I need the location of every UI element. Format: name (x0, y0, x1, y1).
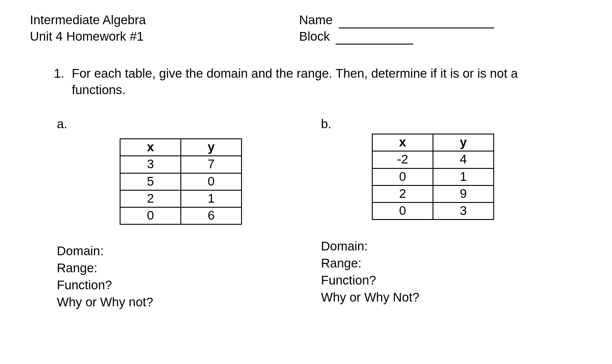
cell-x: 0 (372, 203, 433, 220)
assignment-title: Unit 4 Homework #1 (30, 28, 299, 45)
cell-x: 0 (372, 168, 433, 185)
table-row: 0 1 (372, 168, 494, 185)
part-b-answers: Domain: Range: Function? Why or Why Not? (318, 238, 570, 306)
table-row: 2 9 (372, 185, 494, 202)
table-row: 2 1 (120, 190, 242, 207)
question-prompt: For each table, give the domain and the … (72, 65, 582, 98)
worksheet-page: Intermediate Algebra Unit 4 Homework #1 … (0, 0, 612, 364)
table-row: 5 0 (120, 173, 242, 190)
cell-y: 6 (181, 207, 242, 224)
range-label: Range: (321, 255, 570, 272)
part-a-label: a. (54, 116, 306, 132)
cell-x: 2 (372, 185, 433, 202)
question-row: 1. For each table, give the domain and t… (54, 65, 582, 98)
cell-y: 4 (433, 151, 494, 168)
cell-x: 5 (120, 173, 181, 190)
cell-x: 0 (120, 207, 181, 224)
part-b: b. x y -2 4 0 1 (318, 116, 582, 311)
header-right: Name Block (299, 12, 582, 45)
col-header-x: x (372, 134, 433, 151)
part-a-table-wrap: x y 3 7 5 0 2 1 (120, 138, 306, 225)
part-a-answers: Domain: Range: Function? Why or Why not? (54, 243, 306, 311)
why-label: Why or Why not? (57, 294, 306, 311)
part-b-table: x y -2 4 0 1 2 9 (372, 134, 494, 220)
col-header-y: y (433, 134, 494, 151)
block-field-row: Block (299, 28, 582, 45)
cell-x: 2 (120, 190, 181, 207)
part-a: a. x y 3 7 5 0 (54, 116, 318, 311)
domain-label: Domain: (321, 238, 570, 255)
cell-y: 0 (181, 173, 242, 190)
cell-x: -2 (372, 151, 433, 168)
domain-label: Domain: (57, 243, 306, 260)
table-row: 3 7 (120, 156, 242, 173)
header-left: Intermediate Algebra Unit 4 Homework #1 (30, 12, 299, 45)
question-number: 1. (54, 65, 72, 98)
name-field-row: Name (299, 12, 582, 28)
table-row: -2 4 (372, 151, 494, 168)
function-label: Function? (321, 272, 570, 289)
cell-y: 1 (181, 190, 242, 207)
part-b-label: b. (318, 116, 570, 132)
col-header-x: x (120, 139, 181, 156)
block-label: Block (299, 29, 330, 43)
cell-y: 9 (433, 185, 494, 202)
table-header-row: x y (120, 139, 242, 156)
function-label: Function? (57, 277, 306, 294)
col-header-y: y (181, 139, 242, 156)
table-row: 0 6 (120, 207, 242, 224)
cell-y: 1 (433, 168, 494, 185)
name-blank-line[interactable] (339, 15, 494, 28)
range-label: Range: (57, 260, 306, 277)
cell-y: 3 (433, 203, 494, 220)
parts-row: a. x y 3 7 5 0 (54, 116, 582, 311)
cell-y: 7 (181, 156, 242, 173)
question-1: 1. For each table, give the domain and t… (54, 65, 582, 311)
header-row: Intermediate Algebra Unit 4 Homework #1 … (30, 12, 582, 45)
cell-x: 3 (120, 156, 181, 173)
name-label: Name (299, 13, 333, 27)
part-a-table: x y 3 7 5 0 2 1 (120, 138, 242, 225)
why-label: Why or Why Not? (321, 289, 570, 306)
part-b-table-wrap: x y -2 4 0 1 2 9 (372, 134, 570, 220)
course-title: Intermediate Algebra (30, 12, 299, 28)
block-blank-line[interactable] (336, 31, 413, 45)
table-header-row: x y (372, 134, 494, 151)
table-row: 0 3 (372, 203, 494, 220)
